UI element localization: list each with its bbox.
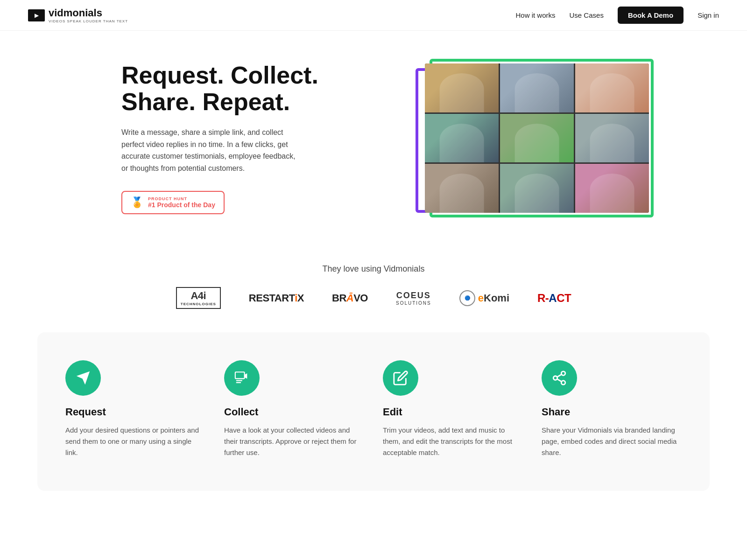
hero-content: Request. Collect. Share. Repeat. Write a… <box>121 62 345 215</box>
feature-edit-desc: Trim your videos, add text and music to … <box>383 425 523 458</box>
feature-request-desc: Add your desired questions or pointers a… <box>65 425 205 458</box>
hero-section: Request. Collect. Share. Repeat. Write a… <box>47 31 700 245</box>
logo-icon <box>28 9 45 21</box>
feature-request: Request Add your desired questions or po… <box>65 360 205 458</box>
share-icon <box>551 370 567 386</box>
logo-react: R-ACT <box>537 292 571 305</box>
video-cell-8 <box>500 164 574 213</box>
book-demo-button[interactable]: Book A Demo <box>618 7 684 24</box>
video-cell-3 <box>575 63 649 112</box>
logo-a4i: A4i TECHNOLOGIES <box>176 287 221 309</box>
logo-name: vidmonials <box>49 7 128 19</box>
signin-link[interactable]: Sign in <box>698 11 719 19</box>
video-cell-6 <box>575 114 649 163</box>
video-cell-1 <box>425 63 499 112</box>
logos-row: A4i TECHNOLOGIES RESTARTiX BRĀVO COEUS S… <box>28 287 719 309</box>
features-section: Request Add your desired questions or po… <box>37 332 710 491</box>
feature-collect: Collect Have a look at your collected vi… <box>224 360 364 458</box>
logo-bravo: BRĀVO <box>332 292 368 304</box>
feature-request-title: Request <box>65 406 205 418</box>
edit-icon-circle <box>383 360 418 396</box>
logos-title: They love using Vidmonials <box>28 264 719 274</box>
ph-text: PRODUCT HUNT #1 Product of the Day <box>148 196 215 209</box>
features-grid: Request Add your desired questions or po… <box>65 360 682 458</box>
edit-icon <box>393 370 409 386</box>
feature-edit: Edit Trim your videos, add text and musi… <box>383 360 523 458</box>
feature-collect-title: Collect <box>224 406 364 418</box>
svg-rect-0 <box>235 372 245 378</box>
feature-edit-title: Edit <box>383 406 523 418</box>
hero-visual <box>420 59 663 217</box>
feature-collect-desc: Have a look at your collected videos and… <box>224 425 364 458</box>
ph-label: PRODUCT HUNT <box>148 196 215 201</box>
hero-description: Write a message, share a simple link, an… <box>121 126 299 174</box>
nav-links: How it works Use Cases Book A Demo Sign … <box>516 7 719 24</box>
feature-share-title: Share <box>542 406 682 418</box>
navbar: vidmonials VIDEOS SPEAK LOUDER THAN TEXT… <box>0 0 747 31</box>
video-cell-4 <box>425 114 499 163</box>
logo-text: vidmonials VIDEOS SPEAK LOUDER THAN TEXT <box>49 7 128 23</box>
logo-coeus: COEUS SOLUTIONS <box>396 291 431 306</box>
video-grid-wrapper <box>420 59 644 208</box>
logo-tagline: VIDEOS SPEAK LOUDER THAN TEXT <box>49 19 128 23</box>
hero-title: Request. Collect. Share. Repeat. <box>121 62 345 115</box>
medal-icon: 🏅 <box>131 196 143 209</box>
request-icon-circle <box>65 360 101 396</box>
feature-share: Share Share your Vidmonials via branded … <box>542 360 682 458</box>
video-cell-7 <box>425 164 499 213</box>
nav-how-it-works[interactable]: How it works <box>516 11 556 19</box>
video-cell-2 <box>500 63 574 112</box>
logo-restartix: RESTARTiX <box>249 292 304 304</box>
video-grid <box>425 63 649 213</box>
nav-use-cases[interactable]: Use Cases <box>570 11 604 19</box>
feature-share-desc: Share your Vidmonials via branded landin… <box>542 425 682 458</box>
product-hunt-badge[interactable]: 🏅 PRODUCT HUNT #1 Product of the Day <box>121 191 225 214</box>
logos-section: They love using Vidmonials A4i TECHNOLOG… <box>0 245 747 332</box>
video-cell-9 <box>575 164 649 213</box>
logo-ekomi: 🔵 eKomi <box>459 290 509 306</box>
collect-icon <box>234 370 250 386</box>
logo[interactable]: vidmonials VIDEOS SPEAK LOUDER THAN TEXT <box>28 7 128 23</box>
ph-title: #1 Product of the Day <box>148 201 215 209</box>
video-cell-5 <box>500 114 574 163</box>
send-icon <box>75 370 91 386</box>
share-icon-circle <box>542 360 577 396</box>
collect-icon-circle <box>224 360 260 396</box>
